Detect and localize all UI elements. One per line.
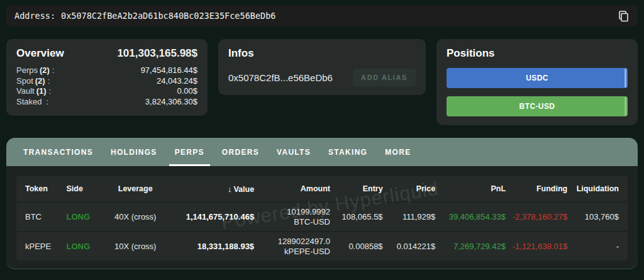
- cell-amount: 1289022497.0 kPEPE-USD: [255, 237, 331, 257]
- tab-orders[interactable]: ORDERS: [222, 138, 259, 166]
- position-fill-marker: [625, 97, 626, 116]
- col-header-price[interactable]: Price: [384, 184, 437, 193]
- cell-value: 18,331,188.93$: [167, 242, 255, 251]
- vault-value: 0.00$: [177, 86, 197, 97]
- col-header-value[interactable]: ↓Value: [167, 184, 255, 194]
- tab-bar: TRANSACTIONS HOLDINGS PERPS ORDERS VAULT…: [6, 138, 638, 166]
- spot-count: (2): [35, 76, 45, 86]
- overview-row-perps: Perps(2): 97,454,816.44$: [16, 65, 197, 76]
- cell-liquidation: 103,760$: [569, 212, 620, 221]
- col-header-token[interactable]: Token: [24, 184, 65, 193]
- table-row[interactable]: kPEPE LONG 10X (cross) 18,331,188.93$ 12…: [16, 232, 628, 260]
- overview-card: Overview 101,303,165.98$ Perps(2): 97,45…: [6, 39, 208, 116]
- col-header-funding[interactable]: Funding: [507, 184, 569, 193]
- copy-icon: [617, 10, 629, 22]
- col-header-liquidation[interactable]: Liquidation: [569, 184, 620, 193]
- position-button-btc-usd[interactable]: BTC-USD: [447, 96, 628, 116]
- vault-count: (1): [36, 86, 47, 96]
- perps-count: (2): [40, 65, 50, 75]
- col-header-amount[interactable]: Amount: [255, 184, 331, 193]
- infos-title: Infos: [228, 47, 416, 60]
- amount-quantity: 10199.9992: [257, 207, 330, 217]
- amount-pair: BTC-USD: [257, 217, 330, 227]
- cell-price: 0.014221$: [384, 242, 437, 251]
- cell-entry: 0.00858$: [331, 242, 384, 251]
- tab-transactions[interactable]: TRANSACTIONS: [23, 138, 93, 166]
- positions-title: Positions: [447, 47, 628, 60]
- col-header-side[interactable]: Side: [65, 184, 104, 193]
- spot-value: 24,043.24$: [157, 76, 197, 87]
- perps-label: Perps: [16, 65, 38, 75]
- cell-token: kPEPE: [24, 242, 65, 251]
- cell-pnl: 39,406,854.33$: [436, 212, 507, 221]
- short-address: 0x5078C2fB...e56BeDb6: [228, 72, 333, 83]
- cell-value: 1,141,675,710.46$: [167, 212, 255, 221]
- add-alias-button[interactable]: ADD ALIAS: [353, 69, 416, 86]
- cell-pnl: 7,269,729.42$: [436, 242, 507, 251]
- spot-label: Spot: [16, 76, 33, 86]
- staked-label: Staked: [16, 97, 42, 106]
- cell-leverage: 40X (cross): [104, 212, 167, 221]
- cell-side: LONG: [65, 242, 104, 251]
- address-label: Address:: [14, 11, 55, 21]
- cell-token: BTC: [24, 212, 65, 221]
- overview-total-value: 101,303,165.98$: [117, 47, 197, 60]
- address-bar: Address: 0x5078C2fBeA2b2aD61bc840Bc023E3…: [6, 5, 638, 26]
- infos-card: Infos 0x5078C2fB...e56BeDb6 ADD ALIAS: [218, 39, 426, 95]
- tab-holdings[interactable]: HOLDINGS: [111, 138, 157, 166]
- cell-side: LONG: [65, 212, 104, 221]
- tab-more[interactable]: MORE: [385, 138, 411, 166]
- staked-value: 3,824,306.30$: [145, 97, 197, 108]
- perps-table: Token Side Leverage ↓Value Amount Entry …: [16, 176, 628, 260]
- cell-leverage: 10X (cross): [104, 242, 167, 251]
- main-panel: TRANSACTIONS HOLDINGS PERPS ORDERS VAULT…: [6, 138, 638, 269]
- overview-title: Overview: [16, 47, 64, 60]
- summary-cards-row: Overview 101,303,165.98$ Perps(2): 97,45…: [6, 39, 638, 125]
- copy-address-button[interactable]: [616, 9, 630, 23]
- vault-label: Vault: [16, 86, 35, 96]
- col-header-leverage[interactable]: Leverage: [104, 184, 167, 193]
- position-fill-marker: [625, 69, 626, 87]
- tab-perps[interactable]: PERPS: [175, 138, 204, 166]
- perps-table-wrapper: Token Side Leverage ↓Value Amount Entry …: [6, 166, 638, 269]
- cell-funding: -2,378,160.27$: [507, 212, 569, 221]
- cell-liquidation: -: [569, 242, 620, 251]
- position-button-usdc[interactable]: USDC: [447, 68, 628, 88]
- cell-price: 111,929$: [384, 212, 437, 221]
- perps-value: 97,454,816.44$: [141, 65, 197, 76]
- overview-row-vault: Vault(1): 0.00$: [16, 86, 197, 97]
- cell-funding: -1,121,638.01$: [507, 242, 569, 251]
- overview-row-spot: Spot(2): 24,043.24$: [16, 76, 197, 87]
- position-label-usdc: USDC: [526, 74, 548, 82]
- table-header-row: Token Side Leverage ↓Value Amount Entry …: [16, 176, 628, 203]
- address-value: 0x5078C2fBeA2b2aD61bc840Bc023E35Fce56BeD…: [61, 11, 275, 21]
- tab-vaults[interactable]: VAULTS: [277, 138, 311, 166]
- positions-card: Positions USDC BTC-USD: [436, 39, 638, 125]
- cell-amount: 10199.9992 BTC-USD: [255, 207, 331, 227]
- position-label-btc-usd: BTC-USD: [519, 102, 555, 111]
- overview-row-staked: Staked: 3,824,306.30$: [16, 97, 197, 108]
- col-header-entry[interactable]: Entry: [331, 184, 384, 193]
- sort-desc-icon: ↓: [228, 184, 232, 194]
- col-header-pnl[interactable]: PnL: [436, 184, 507, 193]
- tab-staking[interactable]: STAKING: [328, 138, 367, 166]
- amount-pair: kPEPE-USD: [257, 247, 330, 257]
- cell-entry: 108,065.5$: [331, 212, 384, 221]
- table-row[interactable]: BTC LONG 40X (cross) 1,141,675,710.46$ 1…: [16, 203, 628, 232]
- amount-quantity: 1289022497.0: [257, 237, 330, 247]
